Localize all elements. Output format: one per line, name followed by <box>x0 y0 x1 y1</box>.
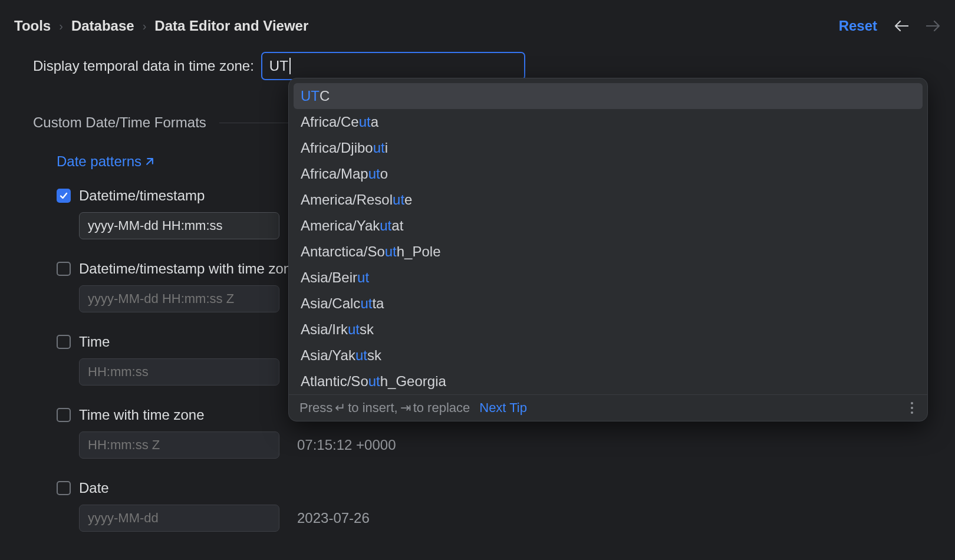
checkbox-datetime-tz[interactable] <box>57 262 71 276</box>
timezone-option[interactable]: America/Resolute <box>294 187 923 213</box>
footer-text: to replace <box>413 400 470 416</box>
next-tip-link[interactable]: Next Tip <box>479 400 527 416</box>
timezone-label: Display temporal data in time zone: <box>33 58 254 74</box>
checkbox-datetime-label[interactable]: Datetime/timestamp <box>79 187 205 204</box>
tab-key-icon: ⇥ <box>400 400 411 416</box>
time-format-input <box>79 358 279 386</box>
timezone-option[interactable]: UTC <box>294 83 923 109</box>
timezone-suggestions-dropdown: UTCAfrica/CeutaAfrica/DjiboutiAfrica/Map… <box>288 78 928 421</box>
breadcrumb: Tools › Database › Data Editor and Viewe… <box>14 18 839 34</box>
timezone-option[interactable]: Africa/Maputo <box>294 161 923 187</box>
checkbox-time-label[interactable]: Time <box>79 334 110 350</box>
checkbox-date[interactable] <box>57 481 71 495</box>
checkbox-datetime[interactable] <box>57 189 71 203</box>
timezone-option[interactable]: Africa/Ceuta <box>294 109 923 135</box>
dropdown-footer: Press ↵ to insert, ⇥ to replace Next Tip <box>289 394 927 421</box>
footer-text: to insert, <box>348 400 397 416</box>
timezone-option[interactable]: Africa/Djibouti <box>294 135 923 161</box>
chevron-right-icon: › <box>59 19 63 33</box>
timezone-option[interactable]: America/Yakutat <box>294 213 923 239</box>
enter-key-icon: ↵ <box>335 400 345 416</box>
back-arrow-icon[interactable] <box>894 18 909 34</box>
timezone-option[interactable]: Asia/Beirut <box>294 265 923 291</box>
checkbox-time-tz[interactable] <box>57 408 71 422</box>
date-patterns-link[interactable]: Date patterns <box>57 153 154 170</box>
link-label: Date patterns <box>57 153 141 170</box>
section-title: Custom Date/Time Formats <box>33 114 206 131</box>
checkbox-time-tz-label[interactable]: Time with time zone <box>79 407 205 423</box>
timezone-option[interactable]: Antarctica/South_Pole <box>294 239 923 265</box>
breadcrumb-database[interactable]: Database <box>71 18 134 34</box>
reset-link[interactable]: Reset <box>839 18 877 34</box>
checkbox-time[interactable] <box>57 335 71 349</box>
datetime-format-input[interactable] <box>79 212 279 239</box>
dropdown-list[interactable]: UTCAfrica/CeutaAfrica/DjiboutiAfrica/Map… <box>289 78 927 394</box>
timezone-option[interactable]: Asia/Yakutsk <box>294 342 923 368</box>
breadcrumb-tools[interactable]: Tools <box>14 18 51 34</box>
timezone-option[interactable]: Asia/Irkutsk <box>294 317 923 342</box>
footer-text: Press <box>299 400 332 416</box>
date-format-input <box>79 505 279 532</box>
datetime-tz-format-input <box>79 285 279 312</box>
more-options-icon[interactable] <box>907 400 917 416</box>
chevron-right-icon: › <box>143 19 147 33</box>
timezone-input[interactable] <box>261 52 525 80</box>
breadcrumb-current: Data Editor and Viewer <box>154 18 308 34</box>
checkbox-datetime-tz-label[interactable]: Datetime/timestamp with time zone <box>79 261 299 277</box>
date-sample: 2023-07-26 <box>297 510 370 526</box>
forward-arrow-icon[interactable] <box>926 18 941 34</box>
text-caret <box>289 58 291 74</box>
timezone-option[interactable]: Asia/Calcutta <box>294 291 923 317</box>
time-tz-format-input <box>79 431 279 459</box>
time-tz-sample: 07:15:12 +0000 <box>297 437 396 453</box>
external-link-icon <box>145 157 154 166</box>
checkbox-date-label[interactable]: Date <box>79 480 109 496</box>
timezone-option[interactable]: Atlantic/South_Georgia <box>294 368 923 394</box>
